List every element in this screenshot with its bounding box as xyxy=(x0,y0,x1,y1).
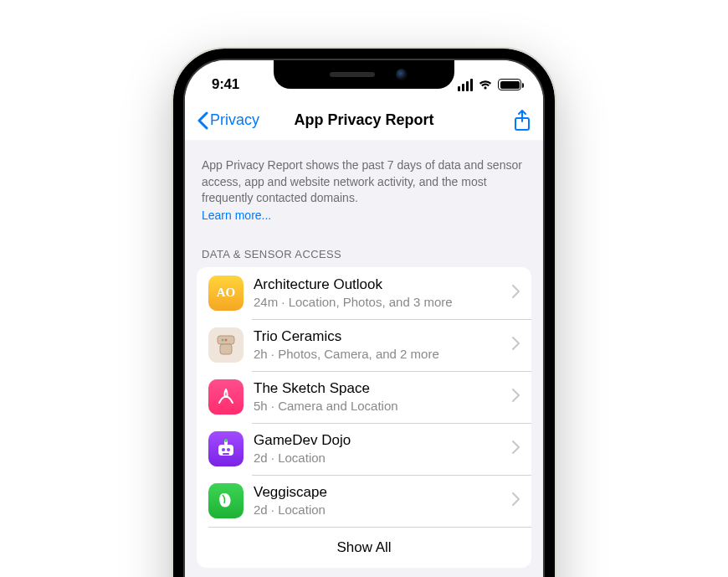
content: App Privacy Report shows the past 7 days… xyxy=(185,141,543,568)
wifi-icon xyxy=(478,79,493,90)
svg-point-10 xyxy=(224,439,228,442)
share-button[interactable] xyxy=(513,110,531,131)
list-item[interactable]: Trio Ceramics 2h · Photos, Camera, and 2… xyxy=(197,319,531,371)
list-item[interactable]: GameDev Dojo 2d · Location xyxy=(197,423,531,475)
power-button xyxy=(555,250,556,333)
list-item[interactable]: The Sketch Space 5h · Camera and Locatio… xyxy=(197,371,531,423)
app-detail: 2h · Photos, Camera, and 2 more xyxy=(254,346,505,363)
section-header-data-sensor: DATA & SENSOR ACCESS xyxy=(185,229,543,267)
chevron-right-icon xyxy=(512,492,520,509)
notch xyxy=(274,60,454,89)
volume-up xyxy=(172,240,173,295)
svg-point-6 xyxy=(222,448,225,451)
list-item[interactable]: AO Architecture Outlook 24m · Location, … xyxy=(197,267,531,319)
show-all-label: Show All xyxy=(336,538,391,556)
status-time: 9:41 xyxy=(207,76,239,93)
app-icon-sketch-space xyxy=(208,379,244,415)
share-icon xyxy=(513,110,531,131)
chevron-right-icon xyxy=(512,337,520,353)
mute-switch xyxy=(172,189,173,219)
app-icon-veggiscape xyxy=(208,483,244,518)
app-detail: 2d · Location xyxy=(254,502,505,518)
speaker xyxy=(330,72,375,77)
app-name: Trio Ceramics xyxy=(254,327,505,345)
list-item[interactable]: Veggiscape 2d · Location xyxy=(197,475,531,527)
app-name: Architecture Outlook xyxy=(254,276,505,293)
svg-rect-8 xyxy=(223,453,229,455)
page-title: App Privacy Report xyxy=(294,111,433,129)
svg-point-7 xyxy=(227,448,230,451)
app-detail: 2d · Location xyxy=(254,450,505,466)
back-label: Privacy xyxy=(210,111,259,129)
description-block: App Privacy Report shows the past 7 days… xyxy=(185,141,543,229)
app-name: GameDev Dojo xyxy=(254,431,505,449)
svg-point-3 xyxy=(222,338,224,341)
app-icon-trio-ceramics xyxy=(208,327,244,363)
app-icon-architecture-outlook: AO xyxy=(208,276,244,311)
screen: 9:41 Privacy App Privacy Report xyxy=(185,60,543,577)
app-name: Veggiscape xyxy=(254,483,505,501)
svg-rect-2 xyxy=(220,344,232,354)
cellular-signal-icon xyxy=(458,79,473,91)
list-item-text: The Sketch Space 5h · Camera and Locatio… xyxy=(254,379,505,414)
show-all-button[interactable]: Show All xyxy=(197,527,531,568)
back-button[interactable]: Privacy xyxy=(197,111,259,130)
nav-bar: Privacy App Privacy Report xyxy=(185,100,543,141)
app-icon-gamedev-dojo xyxy=(208,431,244,466)
app-detail: 5h · Camera and Location xyxy=(254,398,505,415)
chevron-right-icon xyxy=(512,440,520,457)
chevron-left-icon xyxy=(197,111,208,130)
app-detail: 24m · Location, Photos, and 3 more xyxy=(254,294,505,311)
volume-down xyxy=(172,308,173,363)
svg-point-4 xyxy=(225,338,228,341)
list-item-text: Veggiscape 2d · Location xyxy=(254,483,505,518)
list-item-text: GameDev Dojo 2d · Location xyxy=(254,431,505,466)
learn-more-link[interactable]: Learn more... xyxy=(202,209,271,222)
list-item-text: Architecture Outlook 24m · Location, Pho… xyxy=(254,276,505,310)
status-icons xyxy=(458,79,521,91)
chevron-right-icon xyxy=(512,389,520,405)
list-item-text: Trio Ceramics 2h · Photos, Camera, and 2… xyxy=(254,327,505,362)
front-camera xyxy=(396,69,408,80)
chevron-right-icon xyxy=(512,285,520,301)
description-text: App Privacy Report shows the past 7 days… xyxy=(202,157,526,207)
device-frame: 9:41 Privacy App Privacy Report xyxy=(172,47,556,577)
app-name: The Sketch Space xyxy=(254,379,505,397)
app-list: AO Architecture Outlook 24m · Location, … xyxy=(197,267,531,568)
battery-icon xyxy=(498,79,521,90)
